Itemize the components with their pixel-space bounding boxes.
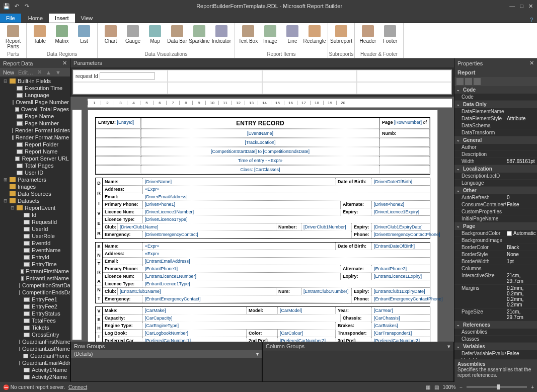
new-button[interactable]: New xyxy=(3,69,14,75)
builtin-render-format-name[interactable]: Render Format.Name xyxy=(0,134,70,141)
line-button[interactable]: Line xyxy=(281,24,303,50)
prop-row[interactable]: DataElementName xyxy=(454,108,537,115)
field-eventid[interactable]: EventId xyxy=(0,240,70,247)
builtin-report-server-url[interactable]: Report Server URL xyxy=(0,155,70,162)
prop-row[interactable]: BackgroundImage xyxy=(454,237,537,244)
zoom-out-icon[interactable]: − xyxy=(459,384,463,390)
up-icon[interactable]: ▲ xyxy=(46,69,51,75)
save-icon[interactable]: 💾 xyxy=(3,3,10,10)
prop-row[interactable]: Margins0.2mm, 0.2mm, 0.2mm, 0.2mm xyxy=(454,285,537,308)
field-entrantlastname[interactable]: EntrantLastName xyxy=(0,275,70,282)
field-eventname[interactable]: EventName xyxy=(0,247,70,254)
field-id[interactable]: Id xyxy=(0,211,70,218)
sparkline-button[interactable]: Sparkline xyxy=(188,24,210,50)
parameters-folder[interactable]: ⊞Parameters xyxy=(0,176,70,183)
prop-row[interactable]: Columns xyxy=(454,265,537,272)
rectangle-button[interactable]: Rectangle xyxy=(303,24,326,50)
datasources-folder[interactable]: Data Sources xyxy=(0,190,70,197)
report-data-tree[interactable]: ⊟Built-in FieldsExecution TimeLanguageOv… xyxy=(0,76,70,382)
field-entryid[interactable]: EntryId xyxy=(0,254,70,261)
close-icon[interactable]: ✕ xyxy=(528,3,533,10)
field-guardianemailaddress[interactable]: GuardianEmailAddress xyxy=(0,359,70,366)
down-icon[interactable]: ▼ xyxy=(55,69,61,75)
help-icon[interactable]: ? xyxy=(526,17,537,23)
list-button[interactable]: List xyxy=(73,24,95,50)
prop-row[interactable]: CustomProperties xyxy=(454,208,537,215)
footer-button[interactable]: Footer xyxy=(379,24,401,50)
tab-home[interactable]: Home xyxy=(22,14,49,23)
builtin-total-pages[interactable]: Total Pages xyxy=(0,162,70,169)
prop-row[interactable]: PageSize21cm, 29.7cm xyxy=(454,308,537,321)
tab-view[interactable]: View xyxy=(75,14,99,23)
parameters-grid[interactable]: request Id xyxy=(72,69,452,95)
prop-row[interactable]: ConsumeContainerWhitespaceFalse xyxy=(454,201,537,208)
prop-row[interactable]: Author xyxy=(454,144,537,151)
design-surface[interactable]: 1234567891011121314151617181920 EntryID:… xyxy=(70,97,454,342)
prop-row[interactable]: Description xyxy=(454,151,537,158)
prop-category[interactable]: ⌄Data Only xyxy=(454,101,537,108)
zoom-in-icon[interactable]: + xyxy=(531,384,534,390)
indicator-button[interactable]: Indicator xyxy=(210,24,233,50)
tab-insert[interactable]: Insert xyxy=(49,14,75,23)
field-tickets[interactable]: Tickets xyxy=(0,324,70,331)
prop-row[interactable]: Classes xyxy=(454,336,537,343)
gauge-button[interactable]: Gauge xyxy=(122,24,144,50)
edit-button[interactable]: Edit… xyxy=(18,69,33,75)
field-crossentry[interactable]: CrossEntry xyxy=(0,331,70,338)
field-entryfee1[interactable]: EntryFee1 xyxy=(0,296,70,303)
field-guardianphone[interactable]: GuardianPhone xyxy=(0,352,70,359)
datasets-folder[interactable]: ⊟Datasets xyxy=(0,197,70,204)
builtin-execution-time[interactable]: Execution Time xyxy=(0,85,70,92)
field-entryfee2[interactable]: EntryFee2 xyxy=(0,303,70,310)
subreport-button[interactable]: Subreport xyxy=(330,24,352,50)
field-userid[interactable]: UserId xyxy=(0,225,70,232)
builtin-overall-total-pages[interactable]: Overall Total Pages xyxy=(0,106,70,113)
builtin-user-id[interactable]: User ID xyxy=(0,169,70,176)
field-entrantfirstname[interactable]: EntrantFirstName xyxy=(0,268,70,275)
field-totalfees[interactable]: TotalFees xyxy=(0,317,70,324)
text-box-button[interactable]: Text Box xyxy=(237,24,259,50)
dropdown-icon[interactable]: ▾ xyxy=(256,351,259,357)
builtin-language[interactable]: Language xyxy=(0,92,70,99)
builtin-render-format-isinteractive[interactable]: Render Format.IsInteractive xyxy=(0,127,70,134)
prop-row[interactable]: Assemblies xyxy=(454,329,537,336)
panel-close-icon[interactable]: ✕ xyxy=(529,60,534,66)
prop-row[interactable]: InteractiveSize21cm, 29.7cm xyxy=(454,272,537,285)
report-parts-button[interactable]: Report Parts xyxy=(2,24,24,50)
prop-row[interactable]: BorderWidth1pt xyxy=(454,258,537,265)
prop-row[interactable]: Language xyxy=(454,180,537,187)
prop-row[interactable]: Width587.65161pt xyxy=(454,158,537,165)
delete-icon[interactable]: ✕ xyxy=(37,69,42,75)
prop-category[interactable]: ⌄Other xyxy=(454,187,537,194)
builtin-fields[interactable]: ⊟Built-in Fields xyxy=(0,77,70,85)
builtin-report-name[interactable]: Report Name xyxy=(0,148,70,155)
field-activity1name[interactable]: Activity1Name xyxy=(0,366,70,373)
field-entrystatus[interactable]: EntryStatus xyxy=(0,310,70,317)
prop-category[interactable]: ⌄Localization xyxy=(454,165,537,173)
minimize-icon[interactable]: — xyxy=(509,3,515,10)
field-activity2name[interactable]: Activity2Name xyxy=(0,373,70,380)
matrix-button[interactable]: Matrix xyxy=(51,24,73,50)
field-userrole[interactable]: UserRole xyxy=(0,232,70,240)
map-button[interactable]: Map xyxy=(144,24,166,50)
prop-row[interactable]: DataSchema xyxy=(454,122,537,129)
maximize-icon[interactable]: □ xyxy=(520,3,523,10)
prop-row[interactable]: Code xyxy=(454,94,537,101)
properties-list[interactable]: ⌄CodeCode⌄Data OnlyDataElementNameDataEl… xyxy=(454,86,537,359)
connect-link[interactable]: Connect xyxy=(68,384,87,390)
categorized-icon[interactable] xyxy=(456,78,464,85)
report-page[interactable]: EntryID: [EntryId]ENTRY RECORDPage [RowN… xyxy=(88,110,438,342)
images-folder[interactable]: Images xyxy=(0,183,70,190)
design-view-icon[interactable]: ▦ xyxy=(426,384,430,390)
prop-category[interactable]: ⌄References xyxy=(454,321,537,329)
builtin-page-number[interactable]: Page Number xyxy=(0,120,70,127)
prop-category[interactable]: ⌄Variables xyxy=(454,343,537,350)
field-competitionendsdate[interactable]: CompetitionEndsDate xyxy=(0,289,70,296)
image-button[interactable]: Image xyxy=(259,24,281,50)
param-input[interactable] xyxy=(100,72,155,80)
chart-button[interactable]: Chart xyxy=(100,24,122,50)
builtin-overall-page-number[interactable]: Overall Page Number xyxy=(0,99,70,106)
prop-row[interactable]: BorderColorBlack xyxy=(454,244,537,251)
redo-icon[interactable]: ↷ xyxy=(23,3,30,10)
prop-row[interactable]: BackgroundColorAutomatic xyxy=(454,230,537,237)
